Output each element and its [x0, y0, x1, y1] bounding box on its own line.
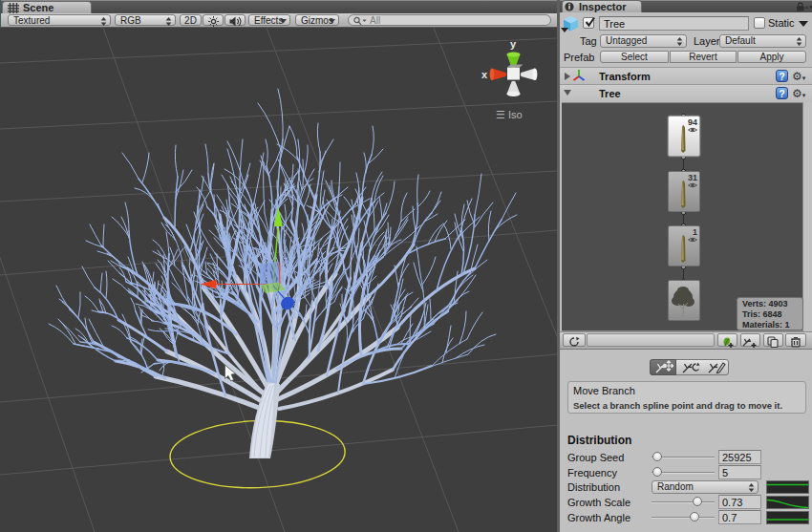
svg-text:x: x — [481, 69, 488, 80]
svg-text:Iso: Iso — [508, 109, 523, 120]
svg-text:y: y — [510, 38, 517, 50]
svg-text:☰: ☰ — [496, 109, 505, 120]
